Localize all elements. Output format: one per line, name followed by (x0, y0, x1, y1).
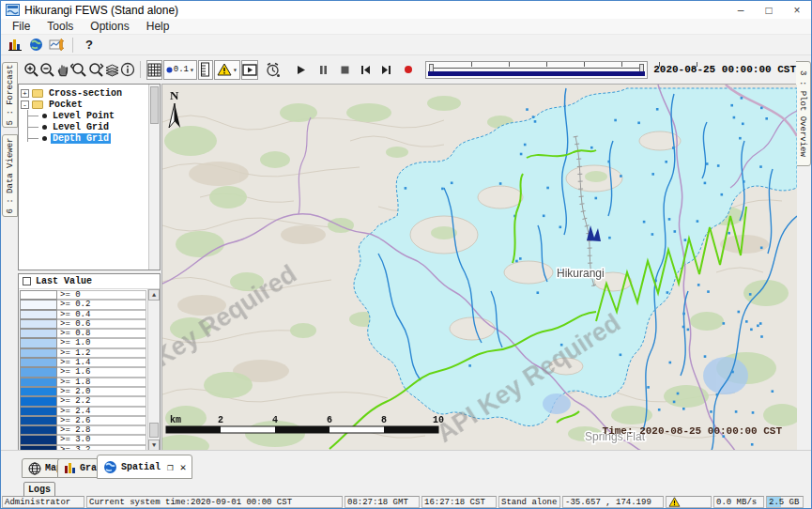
legend-swatch (20, 358, 57, 367)
toolbar-separator (140, 61, 141, 78)
step-forward-button[interactable] (378, 60, 393, 80)
record-button[interactable] (401, 60, 416, 80)
scale-ruler-button[interactable] (198, 60, 213, 80)
tree-item-cross-section[interactable]: +Cross-section (21, 87, 146, 99)
legend-label: >= 0 (57, 290, 146, 300)
legend-row: >= 2.4 (20, 407, 146, 416)
dot-size-dropdown[interactable]: 0.1 ▾ (163, 60, 197, 80)
legend-scrollbar[interactable]: ▲ ▼ (147, 289, 160, 451)
legend-label: >= 0.4 (57, 310, 146, 319)
skip-end-icon (381, 65, 391, 75)
legend-row: >= 0.8 (20, 329, 146, 338)
tab-restore-icon[interactable]: ❐ (167, 461, 174, 473)
status-cell-1: Current system time:2020-09-01 00:00 CST (86, 496, 343, 508)
tree-expander-icon[interactable]: + (21, 89, 29, 98)
tree-item-label[interactable]: Level Grid (51, 122, 111, 132)
zoom-previous-button[interactable] (70, 60, 87, 80)
timeseries-button[interactable] (46, 36, 67, 54)
tab-data-viewer[interactable]: 6 : Data Viewer (2, 134, 18, 217)
status-cell-2: 08:27:18 GMT (345, 496, 420, 508)
info-button[interactable] (120, 60, 135, 80)
statistics-button[interactable] (5, 36, 25, 54)
status-cell-0: Administrator (2, 496, 84, 508)
pause-button[interactable] (315, 60, 330, 80)
layers-tree-panel: +Cross-section-PocketLevel PointLevel Gr… (18, 84, 161, 270)
help-button[interactable]: ? (79, 36, 100, 54)
bottom-tab-bar: Map Graph Spatial ❐ ✕ Logs (1, 450, 811, 499)
legend-row: >= 2.8 (20, 425, 146, 435)
tab-plot-overview[interactable]: 3 : Plot Overview (795, 61, 811, 166)
tree-item-label[interactable]: Depth Grid (51, 133, 111, 144)
tab-close-icon[interactable]: ✕ (180, 461, 187, 473)
animation-settings-button[interactable] (265, 60, 281, 80)
tree-connector (27, 110, 28, 142)
map-canvas: API Key Required API Key Required Hikura… (162, 85, 797, 451)
grid-display-button[interactable] (146, 60, 162, 80)
last-value-checkbox[interactable] (23, 277, 31, 285)
title-bar: Hikurangi FEWS (Stand alone) – □ × (1, 1, 811, 19)
play-button[interactable] (294, 60, 309, 80)
status-cell-8: 2.5 GB (766, 496, 804, 508)
tree-item-depth-grid[interactable]: Depth Grid (21, 132, 146, 144)
menu-options[interactable]: Options (82, 19, 137, 34)
status-text: Stand alone (501, 498, 557, 507)
menu-file[interactable]: File (4, 19, 38, 34)
svg-text:N: N (170, 88, 179, 102)
timeline-slider[interactable] (425, 61, 649, 79)
status-text: 16:27:18 CST (424, 498, 485, 507)
step-back-button[interactable] (359, 60, 374, 80)
legend-row: >= 1.8 (20, 378, 146, 387)
stop-icon (341, 66, 349, 74)
menu-tools[interactable]: Tools (38, 19, 82, 34)
tree-item-level-point[interactable]: Level Point (21, 110, 146, 121)
tab-spatial[interactable]: Spatial ❐ ✕ (97, 455, 192, 479)
maximize-button[interactable]: □ (755, 1, 783, 19)
map-display-button[interactable] (25, 36, 46, 54)
map-view[interactable]: API Key Required API Key Required Hikura… (161, 84, 796, 450)
menu-bar: FileToolsOptionsHelp (1, 19, 811, 35)
skip-start-icon (360, 65, 371, 75)
tree-item-label[interactable]: Level Point (51, 111, 116, 121)
status-bar: AdministratorCurrent system time:2020-09… (1, 496, 811, 508)
pause-icon (319, 65, 328, 75)
layers-button[interactable] (104, 60, 120, 80)
graph-bars-icon (64, 462, 76, 474)
tree-item-label[interactable]: Pocket (47, 100, 84, 110)
zoom-in-button[interactable] (23, 60, 39, 80)
pan-button[interactable] (55, 60, 70, 80)
leaf-bullet-icon (42, 125, 47, 130)
timeline-range-bar[interactable] (428, 71, 646, 76)
thresholds-dropdown[interactable]: ▾ (214, 60, 240, 80)
dot-size-value: 0.1 (174, 65, 189, 74)
status-cell-5: -35.657 , 174.199 (562, 496, 664, 508)
zoom-next-icon (87, 62, 104, 78)
zoom-out-icon (39, 62, 55, 78)
movie-button[interactable] (241, 60, 258, 80)
place-label-hikurangi: Hikurangi (557, 267, 605, 280)
legend-row: >= 2.0 (20, 387, 146, 396)
tree-item-label[interactable]: Cross-section (47, 88, 124, 99)
legend-label: >= 2.8 (57, 425, 146, 435)
legend-label: >= 1.8 (57, 378, 146, 387)
tree-item-level-grid[interactable]: Level Grid (21, 121, 146, 132)
minimize-button[interactable]: – (727, 1, 755, 19)
zoom-next-button[interactable] (87, 60, 104, 80)
info-icon (120, 62, 135, 77)
tree-scrollbar[interactable] (148, 85, 160, 270)
zoom-out-button[interactable] (39, 60, 55, 80)
tree-item-pocket[interactable]: -Pocket (21, 99, 146, 110)
bar-chart-icon (8, 38, 23, 52)
legend-scroll-thumb[interactable] (149, 423, 159, 438)
legend-swatch (20, 416, 57, 425)
status-text: Current system time:2020-09-01 00:00 CST (89, 498, 292, 507)
status-text: 2.5 GB (769, 498, 799, 507)
legend-swatch (20, 300, 57, 309)
chevron-down-icon: ▾ (190, 66, 194, 74)
legend-row: >= 2.6 (20, 416, 146, 425)
menu-help[interactable]: Help (138, 19, 178, 34)
scroll-up-icon[interactable]: ▲ (148, 289, 160, 301)
tab-forecast[interactable]: 5 : Forecast (2, 62, 18, 128)
stop-button[interactable] (338, 60, 353, 80)
close-button[interactable]: × (783, 1, 811, 19)
tree-expander-icon[interactable]: - (21, 100, 29, 109)
